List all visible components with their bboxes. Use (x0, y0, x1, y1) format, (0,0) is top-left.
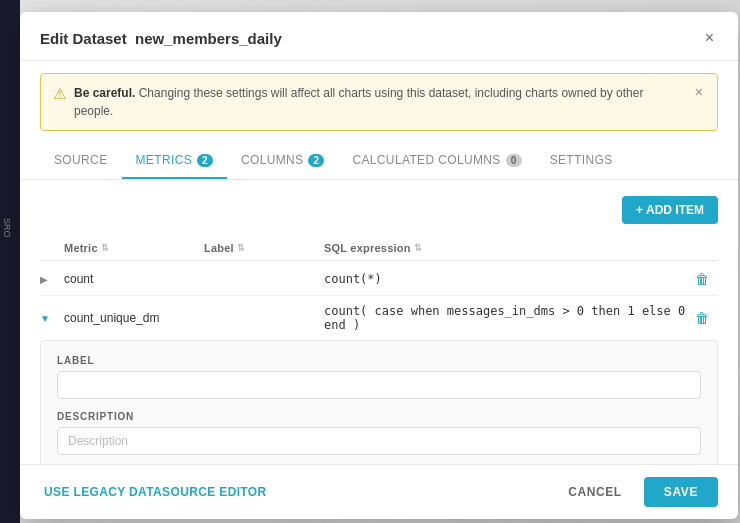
dataset-name: new_members_daily (135, 30, 282, 47)
tabs-bar: SOURCE METRICS 2 COLUMNS 2 CALCULATED CO… (20, 143, 738, 180)
row1-sql: count(*) (324, 272, 686, 286)
columns-badge: 2 (308, 154, 324, 167)
warning-icon: ⚠ (53, 85, 66, 103)
tab-columns[interactable]: COLUMNS 2 (227, 143, 338, 179)
modal-title: Edit Dataset new_members_daily (40, 30, 282, 47)
warning-body: Changing these settings will affect all … (74, 86, 643, 118)
close-button[interactable]: × (701, 28, 718, 48)
tab-calculated-columns[interactable]: CALCULATED COLUMNS 0 (338, 143, 535, 179)
sort-label-icon: ⇅ (237, 243, 245, 253)
row2-delete-icon[interactable]: 🗑 (695, 310, 709, 326)
col-header-metric: Metric ⇅ (64, 242, 204, 254)
title-prefix: Edit Dataset (40, 30, 127, 47)
row2-sql: count( case when messages_in_dms > 0 the… (324, 304, 686, 332)
legacy-editor-button[interactable]: USE LEGACY DATASOURCE EDITOR (40, 477, 271, 507)
description-group: DESCRIPTION (57, 411, 701, 455)
tab-source[interactable]: SOURCE (40, 143, 122, 179)
row2-chevron[interactable]: ▼ (40, 313, 64, 324)
calculated-columns-badge: 0 (506, 154, 522, 167)
tab-metrics[interactable]: METRICS 2 (122, 143, 227, 179)
bg-sidebar-label: SRO (2, 218, 12, 238)
col-header-sql: SQL expression ⇅ (324, 242, 686, 254)
add-item-button[interactable]: + ADD ITEM (622, 196, 718, 224)
modal-footer: USE LEGACY DATASOURCE EDITOR CANCEL SAVE (20, 464, 738, 519)
table-row[interactable]: ▶ count count(*) 🗑 (40, 263, 718, 296)
edit-dataset-modal: Edit Dataset new_members_daily × ⚠ Be ca… (20, 12, 738, 519)
tab-settings[interactable]: SETTINGS (536, 143, 627, 179)
warning-close-button[interactable]: × (693, 84, 705, 100)
label-field-label: LABEL (57, 355, 701, 366)
warning-bold: Be careful. (74, 86, 135, 100)
row1-chevron[interactable]: ▶ (40, 274, 64, 285)
sort-sql-icon: ⇅ (414, 243, 422, 253)
label-group: LABEL (57, 355, 701, 399)
save-button[interactable]: SAVE (644, 477, 718, 507)
row1-delete-icon[interactable]: 🗑 (695, 271, 709, 287)
row2-metric: count_unique_dm (64, 311, 204, 325)
label-input[interactable] (57, 371, 701, 399)
row1-metric: count (64, 272, 204, 286)
cancel-button[interactable]: CANCEL (556, 477, 634, 507)
modal-header: Edit Dataset new_members_daily × (20, 12, 738, 61)
description-input[interactable] (57, 427, 701, 455)
warning-text: Be careful. Changing these settings will… (74, 84, 685, 120)
metrics-badge: 2 (197, 154, 213, 167)
expanded-form: LABEL DESCRIPTION D3 FORMAT (40, 340, 718, 464)
warning-banner: ⚠ Be careful. Changing these settings wi… (40, 73, 718, 131)
sort-metric-icon: ⇅ (101, 243, 109, 253)
modal-body: + ADD ITEM Metric ⇅ Label ⇅ SQL expressi… (20, 180, 738, 464)
col-header-label: Label ⇅ (204, 242, 324, 254)
add-item-row: + ADD ITEM (40, 196, 718, 224)
table-row[interactable]: ▼ count_unique_dm count( case when messa… (40, 296, 718, 340)
table-header: Metric ⇅ Label ⇅ SQL expression ⇅ (40, 236, 718, 261)
description-field-label: DESCRIPTION (57, 411, 701, 422)
